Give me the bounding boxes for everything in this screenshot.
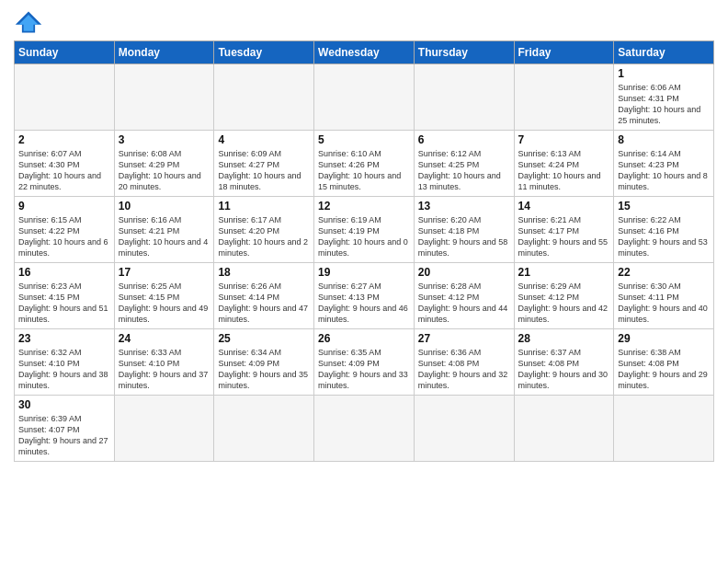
day-info: Sunrise: 6:20 AM Sunset: 4:18 PM Dayligh… — [418, 214, 510, 259]
day-number: 5 — [318, 133, 410, 146]
day-number: 25 — [218, 332, 310, 345]
calendar-cell — [414, 396, 514, 462]
calendar-cell: 19Sunrise: 6:27 AM Sunset: 4:13 PM Dayli… — [314, 263, 415, 329]
day-info: Sunrise: 6:38 AM Sunset: 4:08 PM Dayligh… — [618, 347, 710, 392]
day-number: 21 — [518, 266, 610, 279]
day-number: 24 — [119, 332, 210, 345]
calendar-cell: 11Sunrise: 6:17 AM Sunset: 4:20 PM Dayli… — [214, 197, 314, 263]
calendar-body: 1Sunrise: 6:06 AM Sunset: 4:31 PM Daylig… — [15, 64, 714, 462]
svg-marker-1 — [18, 15, 38, 31]
weekday-header-thursday: Thursday — [414, 41, 514, 64]
day-number: 26 — [318, 332, 410, 345]
calendar-cell — [214, 396, 314, 462]
day-info: Sunrise: 6:10 AM Sunset: 4:26 PM Dayligh… — [318, 148, 410, 193]
calendar-cell: 5Sunrise: 6:10 AM Sunset: 4:26 PM Daylig… — [314, 131, 415, 197]
header — [14, 9, 714, 35]
day-info: Sunrise: 6:28 AM Sunset: 4:12 PM Dayligh… — [418, 281, 510, 326]
weekday-header-friday: Friday — [514, 41, 614, 64]
calendar-week-6: 30Sunrise: 6:39 AM Sunset: 4:07 PM Dayli… — [15, 396, 714, 462]
day-info: Sunrise: 6:12 AM Sunset: 4:25 PM Dayligh… — [418, 148, 510, 193]
weekday-header-saturday: Saturday — [614, 41, 714, 64]
day-info: Sunrise: 6:22 AM Sunset: 4:16 PM Dayligh… — [618, 214, 710, 259]
calendar-cell: 14Sunrise: 6:21 AM Sunset: 4:17 PM Dayli… — [514, 197, 614, 263]
calendar-cell: 4Sunrise: 6:09 AM Sunset: 4:27 PM Daylig… — [214, 131, 314, 197]
logo — [14, 9, 47, 35]
day-number: 15 — [618, 200, 710, 213]
day-info: Sunrise: 6:13 AM Sunset: 4:24 PM Dayligh… — [518, 148, 610, 193]
calendar-header: SundayMondayTuesdayWednesdayThursdayFrid… — [15, 41, 714, 64]
day-number: 19 — [318, 266, 410, 279]
day-info: Sunrise: 6:23 AM Sunset: 4:15 PM Dayligh… — [18, 281, 110, 326]
day-number: 23 — [18, 332, 110, 345]
calendar-cell: 23Sunrise: 6:32 AM Sunset: 4:10 PM Dayli… — [15, 329, 115, 396]
calendar-cell: 21Sunrise: 6:29 AM Sunset: 4:12 PM Dayli… — [514, 263, 614, 329]
day-info: Sunrise: 6:26 AM Sunset: 4:14 PM Dayligh… — [218, 281, 310, 326]
calendar-cell: 22Sunrise: 6:30 AM Sunset: 4:11 PM Dayli… — [614, 263, 714, 329]
calendar-cell: 1Sunrise: 6:06 AM Sunset: 4:31 PM Daylig… — [614, 64, 714, 131]
calendar-cell: 28Sunrise: 6:37 AM Sunset: 4:08 PM Dayli… — [514, 329, 614, 396]
calendar-cell — [614, 396, 714, 462]
calendar-cell: 8Sunrise: 6:14 AM Sunset: 4:23 PM Daylig… — [614, 131, 714, 197]
day-info: Sunrise: 6:14 AM Sunset: 4:23 PM Dayligh… — [618, 148, 710, 193]
day-number: 17 — [119, 266, 210, 279]
calendar-cell: 30Sunrise: 6:39 AM Sunset: 4:07 PM Dayli… — [15, 396, 115, 462]
day-info: Sunrise: 6:08 AM Sunset: 4:29 PM Dayligh… — [119, 148, 210, 193]
calendar-cell: 9Sunrise: 6:15 AM Sunset: 4:22 PM Daylig… — [15, 197, 115, 263]
calendar-cell — [314, 64, 415, 131]
day-number: 14 — [518, 200, 610, 213]
day-number: 16 — [18, 266, 110, 279]
day-info: Sunrise: 6:35 AM Sunset: 4:09 PM Dayligh… — [318, 347, 410, 392]
day-number: 6 — [418, 133, 510, 146]
calendar-cell: 18Sunrise: 6:26 AM Sunset: 4:14 PM Dayli… — [214, 263, 314, 329]
calendar-cell: 20Sunrise: 6:28 AM Sunset: 4:12 PM Dayli… — [414, 263, 514, 329]
calendar-week-5: 23Sunrise: 6:32 AM Sunset: 4:10 PM Dayli… — [15, 329, 714, 396]
day-number: 10 — [119, 200, 210, 213]
day-info: Sunrise: 6:30 AM Sunset: 4:11 PM Dayligh… — [618, 281, 710, 326]
day-info: Sunrise: 6:06 AM Sunset: 4:31 PM Dayligh… — [618, 82, 710, 127]
calendar-cell: 29Sunrise: 6:38 AM Sunset: 4:08 PM Dayli… — [614, 329, 714, 396]
day-number: 13 — [418, 200, 510, 213]
day-info: Sunrise: 6:16 AM Sunset: 4:21 PM Dayligh… — [119, 214, 210, 259]
calendar-cell — [414, 64, 514, 131]
calendar-cell: 3Sunrise: 6:08 AM Sunset: 4:29 PM Daylig… — [114, 131, 214, 197]
weekday-header-monday: Monday — [114, 41, 214, 64]
day-info: Sunrise: 6:29 AM Sunset: 4:12 PM Dayligh… — [518, 281, 610, 326]
logo-icon — [14, 9, 43, 35]
day-info: Sunrise: 6:15 AM Sunset: 4:22 PM Dayligh… — [18, 214, 110, 259]
day-number: 2 — [18, 133, 110, 146]
day-number: 30 — [18, 398, 110, 411]
day-number: 9 — [18, 200, 110, 213]
calendar-cell: 25Sunrise: 6:34 AM Sunset: 4:09 PM Dayli… — [214, 329, 314, 396]
page: SundayMondayTuesdayWednesdayThursdayFrid… — [0, 0, 728, 563]
day-info: Sunrise: 6:32 AM Sunset: 4:10 PM Dayligh… — [18, 347, 110, 392]
calendar-cell: 16Sunrise: 6:23 AM Sunset: 4:15 PM Dayli… — [15, 263, 115, 329]
weekday-header-sunday: Sunday — [15, 41, 115, 64]
day-info: Sunrise: 6:34 AM Sunset: 4:09 PM Dayligh… — [218, 347, 310, 392]
calendar-cell: 17Sunrise: 6:25 AM Sunset: 4:15 PM Dayli… — [114, 263, 214, 329]
calendar-cell: 27Sunrise: 6:36 AM Sunset: 4:08 PM Dayli… — [414, 329, 514, 396]
day-number: 20 — [418, 266, 510, 279]
day-info: Sunrise: 6:21 AM Sunset: 4:17 PM Dayligh… — [518, 214, 610, 259]
calendar-week-3: 9Sunrise: 6:15 AM Sunset: 4:22 PM Daylig… — [15, 197, 714, 263]
calendar-cell: 24Sunrise: 6:33 AM Sunset: 4:10 PM Dayli… — [114, 329, 214, 396]
day-info: Sunrise: 6:33 AM Sunset: 4:10 PM Dayligh… — [119, 347, 210, 392]
day-info: Sunrise: 6:39 AM Sunset: 4:07 PM Dayligh… — [18, 413, 110, 458]
calendar-cell — [15, 64, 115, 131]
calendar-cell: 12Sunrise: 6:19 AM Sunset: 4:19 PM Dayli… — [314, 197, 415, 263]
calendar-cell: 7Sunrise: 6:13 AM Sunset: 4:24 PM Daylig… — [514, 131, 614, 197]
calendar-cell — [314, 396, 415, 462]
calendar-cell — [114, 64, 214, 131]
day-number: 22 — [618, 266, 710, 279]
day-info: Sunrise: 6:19 AM Sunset: 4:19 PM Dayligh… — [318, 214, 410, 259]
calendar-cell — [514, 64, 614, 131]
calendar-week-4: 16Sunrise: 6:23 AM Sunset: 4:15 PM Dayli… — [15, 263, 714, 329]
calendar-cell — [214, 64, 314, 131]
calendar-cell — [514, 396, 614, 462]
calendar-cell: 6Sunrise: 6:12 AM Sunset: 4:25 PM Daylig… — [414, 131, 514, 197]
calendar-cell: 13Sunrise: 6:20 AM Sunset: 4:18 PM Dayli… — [414, 197, 514, 263]
day-number: 7 — [518, 133, 610, 146]
calendar-cell: 10Sunrise: 6:16 AM Sunset: 4:21 PM Dayli… — [114, 197, 214, 263]
day-number: 18 — [218, 266, 310, 279]
day-info: Sunrise: 6:25 AM Sunset: 4:15 PM Dayligh… — [119, 281, 210, 326]
day-number: 29 — [618, 332, 710, 345]
